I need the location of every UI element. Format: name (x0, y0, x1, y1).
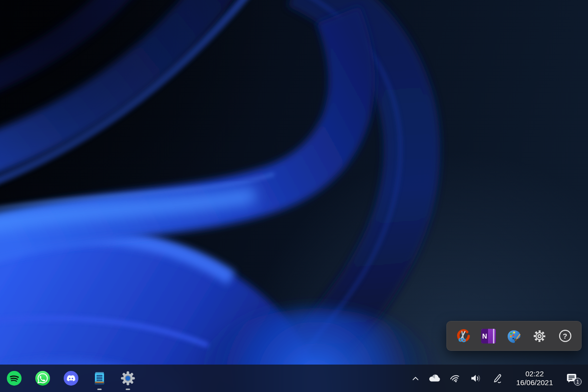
taskbar: 02:22 16/06/2021 1 (0, 365, 588, 392)
onenote-icon: N (481, 329, 496, 343)
taskbar-app-spotify[interactable] (0, 366, 28, 391)
onenote-letter: N (481, 329, 488, 343)
volume-icon (469, 372, 482, 384)
onedrive-cloud-icon (428, 373, 441, 383)
taskbar-app-notepad[interactable] (85, 366, 114, 391)
running-indicator (126, 389, 130, 390)
volume-tray-button[interactable] (466, 368, 486, 389)
taskbar-app-whatsapp[interactable] (28, 366, 57, 391)
taskbar-app-list (0, 365, 142, 392)
pen-tray-button[interactable] (486, 368, 508, 389)
notepad-icon (92, 370, 107, 386)
onedrive-tray-button[interactable] (424, 368, 445, 389)
taskbar-app-discord[interactable] (57, 366, 85, 391)
whatsapp-icon (35, 370, 50, 386)
pen-menu-item-onenote[interactable]: N (478, 325, 499, 347)
taskbar-app-settings[interactable] (114, 366, 142, 391)
show-hidden-icons-button[interactable] (407, 368, 424, 389)
wifi-icon (449, 372, 461, 384)
desktop: N (0, 0, 588, 392)
clock[interactable]: 02:22 16/06/2021 (514, 369, 556, 388)
chevron-up-icon (410, 372, 421, 384)
discord-icon (63, 370, 79, 386)
notification-badge: 1 (574, 378, 582, 386)
notification-center-button[interactable]: 1 (561, 368, 583, 389)
pen-menu-item-help[interactable]: ? (554, 325, 576, 347)
clock-time: 02:22 (514, 369, 556, 378)
settings-gear-icon (120, 370, 136, 386)
running-indicator (98, 389, 102, 390)
paint-palette-icon (506, 328, 522, 344)
pen-icon (491, 372, 503, 384)
pen-menu-item-snip-sketch[interactable] (452, 325, 474, 347)
pen-menu-item-settings[interactable] (529, 325, 550, 347)
pen-menu-item-paint[interactable] (503, 325, 525, 347)
snip-sketch-icon (455, 328, 471, 344)
network-tray-button[interactable] (445, 368, 466, 389)
pen-settings-gear-icon (532, 328, 547, 344)
help-glyph: ? (563, 332, 567, 340)
pen-menu-flyout: N (446, 321, 582, 351)
spotify-icon (6, 370, 22, 386)
system-tray: 02:22 16/06/2021 1 (407, 365, 588, 392)
help-icon: ? (559, 330, 571, 342)
clock-date: 16/06/2021 (514, 378, 556, 387)
